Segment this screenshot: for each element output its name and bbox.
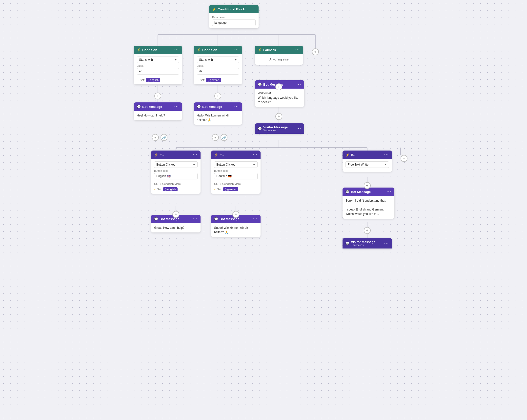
if-german-or: Or... 1 Condition More	[214, 182, 258, 185]
conditional-block-menu[interactable]: ···	[251, 7, 256, 11]
bot-msg-great-text: Great! How can I help?	[154, 226, 198, 230]
bot-msg-super-menu[interactable]: ···	[253, 217, 258, 221]
if-free-text-operator[interactable]: Free Text Written	[345, 161, 389, 168]
bot-msg-super-card: 💬 Bot Message ··· Super! Wie können wir …	[211, 215, 261, 237]
if-german-header: ⚡ If... ···	[211, 151, 261, 159]
bot-msg-german-header: 💬 Bot Message ···	[194, 102, 242, 111]
visitor-msg-bottom-title: Visitor Message	[351, 240, 375, 244]
bot-msg-sorry-card: 💬 Bot Message ··· Sorry - I didn't under…	[343, 188, 394, 219]
add-btn-under-bot-english[interactable]: +	[152, 134, 159, 141]
conditional-block-card: ⚡ Conditional Block ··· Parameter	[209, 5, 259, 28]
condition2-operator[interactable]: Starts with	[197, 57, 239, 63]
add-btn-after-condition1[interactable]: +	[154, 93, 161, 99]
if-english-card: ⚡ If... ··· Button Clicked Button Text O…	[151, 151, 201, 194]
condition2-value-input[interactable]	[197, 68, 239, 75]
if-german-badge-text: german	[227, 188, 236, 191]
bot-msg-sorry-text: Sorry - I didn't understand that. I spea…	[345, 198, 391, 216]
condition2-value-label: Value	[197, 64, 239, 67]
visitor-msg-menu[interactable]: ···	[297, 126, 301, 131]
if-english-header: ⚡ If... ···	[151, 151, 201, 159]
condition2-badge: {} german	[206, 78, 221, 82]
if-english-set-label: Set:	[157, 188, 162, 191]
bot-msg-sorry-title: Bot Message	[351, 190, 371, 194]
condition1-header: ⚡ Condition ···	[134, 46, 182, 54]
if-german-operator[interactable]: Button Clicked	[214, 161, 258, 168]
if-german-btn-label: Button Text	[214, 169, 258, 172]
add-btn-after-if-english[interactable]: +	[172, 211, 179, 218]
condition1-body: Starts with Value ··· Set: {} english	[134, 54, 182, 84]
if-free-text-icon: ⚡	[345, 153, 349, 157]
visitor-msg-sub: 3 scenarios	[263, 129, 288, 132]
conditional-block-icon: ⚡	[212, 7, 216, 11]
bot-msg-fallback-menu[interactable]: ···	[297, 82, 301, 87]
add-btn-after-fallback-bot[interactable]: +	[275, 113, 282, 120]
add-btn-under-bot-german[interactable]: +	[212, 134, 219, 141]
visitor-msg-card: 💬 Visitor Message 3 scenarios ···	[255, 123, 304, 134]
condition1-badge-text: english	[150, 78, 159, 81]
condition1-title: Condition	[142, 48, 157, 52]
condition1-operator[interactable]: Starts with	[137, 57, 179, 63]
bot-msg-great-menu[interactable]: ···	[193, 217, 198, 221]
bot-msg-sorry-header: 💬 Bot Message ···	[343, 188, 394, 196]
condition1-value-input[interactable]	[137, 68, 179, 75]
bot-msg-great-icon: 💬	[154, 217, 158, 221]
if-english-btn-text[interactable]	[154, 173, 198, 179]
bot-msg-german-text: Hallo! Wie können wir dir helfen? 🙏	[197, 113, 239, 122]
bot-msg-english-body: Hey! How can I help?	[134, 111, 182, 120]
bot-msg-sorry-menu[interactable]: ···	[387, 190, 391, 194]
add-btn-after-if-german[interactable]: +	[232, 211, 239, 218]
add-btn-after-if-free-text[interactable]: +	[364, 182, 371, 189]
condition1-menu[interactable]: ···	[174, 48, 179, 52]
link-btn-german[interactable]: 🔗	[221, 134, 227, 141]
fallback-card: ⚡ Fallback ··· Anything else	[255, 46, 303, 65]
add-btn-after-condition2[interactable]: +	[214, 93, 221, 99]
condition1-set-badge: ··· Set: {} english	[137, 78, 160, 82]
if-english-body: Button Clicked Button Text Or... 1 Condi…	[151, 159, 201, 194]
conditional-block-header: ⚡ Conditional Block ···	[209, 5, 259, 13]
if-english-operator[interactable]: Button Clicked	[154, 161, 198, 168]
if-english-icon: ⚡	[154, 153, 158, 157]
if-german-set-label: Set:	[217, 188, 222, 191]
bot-msg-english-icon: 💬	[137, 105, 141, 109]
bot-msg-great-body: Great! How can I help?	[151, 223, 201, 232]
bot-msg-sorry-icon: 💬	[345, 190, 349, 194]
conditional-block-body: Parameter	[209, 13, 259, 28]
link-btn-english[interactable]: 🔗	[161, 134, 167, 141]
condition2-card: ⚡ Condition ··· Starts with Value ··· Se…	[194, 46, 242, 84]
condition2-menu[interactable]: ···	[234, 48, 239, 52]
if-english-or: Or... 1 Condition More	[154, 182, 198, 185]
visitor-msg-header: 💬 Visitor Message 3 scenarios ···	[255, 123, 304, 134]
condition1-card: ⚡ Condition ··· Starts with Value ··· Se…	[134, 46, 182, 84]
condition2-badge-text: german	[210, 78, 219, 81]
visitor-msg-bottom-menu[interactable]: ···	[384, 241, 389, 246]
if-english-set-badge: ··· Set: {} english	[154, 187, 178, 191]
if-free-text-title: If...	[351, 153, 356, 157]
bot-msg-german-card: 💬 Bot Message ··· Hallo! Wie können wir …	[194, 102, 242, 125]
bot-msg-german-body: Hallo! Wie können wir dir helfen? 🙏	[194, 111, 242, 125]
condition1-set-label: Set:	[140, 78, 145, 81]
add-condition-button[interactable]: +	[312, 48, 319, 55]
if-english-badge-text: english	[167, 188, 176, 191]
visitor-msg-bottom-sub: 3 scenarios	[351, 244, 375, 247]
if-german-btn-text[interactable]	[214, 173, 258, 179]
condition2-set-label: Set:	[200, 78, 205, 81]
fallback-menu[interactable]: ···	[295, 48, 300, 52]
fallback-header: ⚡ Fallback ···	[255, 46, 303, 54]
add-btn-fallback[interactable]: +	[275, 83, 282, 90]
bot-msg-english-menu[interactable]: ···	[174, 104, 179, 109]
condition2-icon: ⚡	[197, 48, 201, 52]
bot-msg-english-card: 💬 Bot Message ··· Hey! How can I help?	[134, 102, 182, 120]
condition2-title: Condition	[202, 48, 217, 52]
condition2-set-badge: ··· Set: {} german	[197, 78, 221, 82]
add-scenario-button[interactable]: +	[401, 155, 407, 162]
if-free-text-menu[interactable]: ···	[384, 153, 389, 157]
param-input[interactable]	[212, 19, 256, 26]
bot-msg-german-menu[interactable]: ···	[234, 104, 239, 109]
add-btn-after-bot-sorry[interactable]: +	[364, 227, 371, 234]
param-label: Parameter	[212, 16, 256, 19]
bot-msg-english-header: 💬 Bot Message ···	[134, 102, 182, 111]
bot-msg-super-icon: 💬	[214, 217, 218, 221]
if-german-menu[interactable]: ···	[253, 153, 258, 157]
fallback-title: Fallback	[263, 48, 276, 52]
if-english-menu[interactable]: ···	[193, 153, 198, 157]
